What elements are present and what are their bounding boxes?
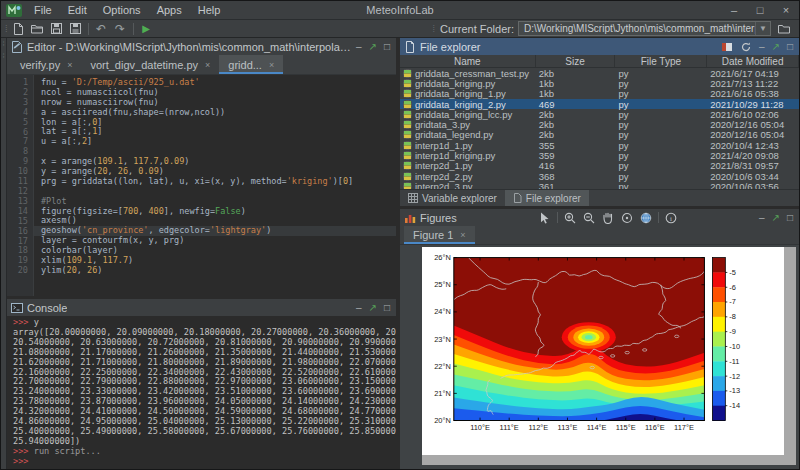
maximize-panel-icon[interactable]: □	[787, 213, 793, 223]
code-line[interactable]: ylim(20, 26)	[34, 266, 396, 276]
float-panel-icon[interactable]: ↗	[369, 42, 377, 52]
run-script-icon[interactable]: ▶	[137, 21, 156, 37]
close-tab-icon[interactable]: ×	[269, 60, 274, 70]
code-line[interactable]: figure(figsize=[700, 400], newfig=False)	[34, 207, 396, 217]
toolbar-drag-handle[interactable]: ⁞	[5, 24, 7, 34]
column-header-file-type[interactable]: File Type	[615, 55, 707, 67]
table-row[interactable]: griddata_kriging.py1kbpy2021/7/13 11:22	[400, 78, 799, 88]
menu-edit[interactable]: Edit	[60, 1, 95, 19]
column-header-size[interactable]: Size	[536, 55, 616, 67]
svg-text:110°E: 110°E	[470, 423, 490, 432]
close-tab-icon[interactable]: ×	[67, 60, 72, 70]
svg-text:113°E: 113°E	[558, 423, 578, 432]
svg-text:-9: -9	[729, 327, 736, 336]
table-row[interactable]: interp2d_2.py368py2020/10/6 03:44	[400, 171, 799, 181]
main-area: ⁞⁞ Editor - D:\Working\MIScript\Jython\m…	[1, 38, 799, 470]
code-lines[interactable]: fnu = 'D:/Temp/ascii/925_u.dat'ncol = nu…	[34, 75, 396, 296]
globe-icon[interactable]	[639, 211, 653, 224]
minimize-panel-icon[interactable]: –	[759, 42, 765, 52]
menu-options[interactable]: Options	[95, 1, 149, 19]
left-column: Editor - D:\Working\MIScript\Jython\mis\…	[7, 38, 396, 470]
code-line[interactable]: u = a[:,2]	[34, 137, 396, 147]
editor-panel-controls: – ↗ □	[356, 42, 392, 52]
minimize-panel-icon[interactable]: –	[356, 303, 362, 313]
zoom-in-icon[interactable]	[563, 211, 577, 224]
title-bar: FileEditOptionsAppsHelp MeteoInfoLab – □…	[1, 1, 799, 20]
table-row[interactable]: interp1d_1.py355py2020/10/4 12:43	[400, 140, 799, 150]
minimize-icon[interactable]: –	[721, 1, 747, 19]
collapse-icon[interactable]	[721, 41, 733, 53]
redo-icon[interactable]: ↷	[111, 21, 130, 37]
svg-text:-11: -11	[729, 357, 739, 366]
maximize-panel-icon[interactable]: □	[384, 303, 390, 313]
minimize-panel-icon[interactable]: –	[356, 42, 362, 52]
console-output[interactable]: >>> yarray([20.00000000, 20.09000000, 20…	[7, 316, 396, 470]
save-as-icon[interactable]	[66, 21, 85, 37]
editor-tab[interactable]: vort_digv_datetime.py×	[81, 55, 219, 74]
maximize-panel-icon[interactable]: □	[787, 42, 793, 52]
svg-text:-14: -14	[729, 401, 740, 410]
right-column: File explorer – ↗ □ NameSizeFile TypeDat…	[400, 38, 799, 470]
folder-bar-drag-handle[interactable]: ⁞	[433, 24, 435, 34]
undo-icon[interactable]: ↶	[92, 21, 111, 37]
table-row[interactable]: griddata_cressman_test.py2kbpy2021/6/17 …	[400, 68, 799, 78]
table-row[interactable]: griddata_kriging_lcc.py2kbpy2021/6/10 02…	[400, 109, 799, 119]
figure-paper: 110°E111°E112°E113°E114°E115°E116°E117°E…	[422, 247, 784, 455]
editor-tab-bar: verify.py×vort_digv_datetime.py×gridd...…	[7, 55, 396, 75]
editor-tab[interactable]: gridd...×	[219, 55, 283, 74]
python-file-icon	[403, 89, 412, 98]
table-row[interactable]: gridtata_3.py2kbpy2020/12/16 05:04	[400, 119, 799, 129]
line-number-gutter: 1234567891011121314151617181920	[7, 75, 34, 296]
tab-variable-explorer[interactable]: Variable explorer	[400, 190, 505, 206]
table-row[interactable]: griddata_kriging_2.py469py2021/10/29 11:…	[400, 99, 799, 109]
minimize-panel-icon[interactable]: –	[759, 213, 765, 223]
table-row[interactable]: interp1d_kriging.py359py2021/4/20 09:08	[400, 150, 799, 160]
table-row[interactable]: interp2d_1.py416py2021/8/31 09:57	[400, 161, 799, 171]
pan-icon[interactable]	[601, 211, 615, 224]
table-row[interactable]: interp2d_3.py361py2020/10/6 03:56	[400, 181, 799, 189]
figure-toolbar: i	[538, 211, 678, 224]
code-line[interactable]	[34, 187, 396, 197]
python-file-icon	[403, 120, 412, 129]
maximize-panel-icon[interactable]: □	[384, 42, 390, 52]
zoom-out-icon[interactable]	[582, 211, 596, 224]
svg-text:-10: -10	[729, 342, 740, 351]
open-folder-icon[interactable]	[28, 21, 47, 37]
figure-canvas: 110°E111°E112°E113°E114°E115°E116°E117°E…	[422, 247, 796, 465]
file-table-header[interactable]: NameSizeFile TypeDate Modified	[400, 55, 799, 68]
svg-text:117°E: 117°E	[674, 423, 694, 432]
menu-help[interactable]: Help	[190, 1, 229, 19]
column-header-date-modified[interactable]: Date Modified	[707, 55, 799, 67]
rotate-icon[interactable]	[620, 211, 634, 224]
tab-figure-1[interactable]: Figure 1 ×	[404, 226, 475, 244]
editor-tab[interactable]: verify.py×	[11, 55, 81, 74]
float-panel-icon[interactable]: ↗	[369, 303, 377, 313]
refresh-icon[interactable]	[740, 41, 752, 53]
menu-apps[interactable]: Apps	[149, 1, 190, 19]
select-arrow-icon[interactable]	[538, 211, 552, 224]
identify-icon[interactable]: i	[664, 211, 678, 224]
tab-file-explorer[interactable]: File explorer	[505, 190, 589, 206]
code-editor[interactable]: 1234567891011121314151617181920 fnu = 'D…	[7, 75, 396, 296]
table-row[interactable]: gridtata_legend.py2kbpy2020/12/16 05:04	[400, 130, 799, 140]
new-file-icon[interactable]	[9, 21, 28, 37]
file-icon	[513, 193, 522, 203]
current-folder-combo[interactable]: D:\Working\MIScript\Jython\mis\common_ma…	[518, 21, 771, 36]
chevron-down-icon[interactable]: ▼	[755, 22, 770, 35]
file-table-body: griddata_cressman_test.py2kbpy2021/6/17 …	[400, 68, 799, 189]
close-tab-icon[interactable]: ×	[205, 60, 210, 70]
table-row[interactable]: griddata_kriging_1.py1kbpy2021/6/16 05:3…	[400, 89, 799, 99]
current-folder-value[interactable]: D:\Working\MIScript\Jython\mis\common_ma…	[519, 23, 755, 34]
float-panel-icon[interactable]: ↗	[772, 213, 780, 223]
close-icon[interactable]: ×	[773, 1, 799, 19]
menu-file[interactable]: File	[26, 1, 60, 19]
browse-folder-icon[interactable]	[775, 21, 794, 37]
svg-text:23°N: 23°N	[434, 335, 451, 344]
figure-viewport[interactable]: 110°E111°E112°E113°E114°E115°E116°E117°E…	[400, 245, 799, 470]
code-line[interactable]: prg = griddata((lon, lat), u, xi=(x, y),…	[34, 177, 396, 187]
close-tab-icon[interactable]: ×	[460, 230, 465, 240]
save-icon[interactable]	[47, 21, 66, 37]
float-panel-icon[interactable]: ↗	[772, 42, 780, 52]
maximize-icon[interactable]: □	[747, 1, 773, 19]
column-header-name[interactable]: Name	[400, 55, 536, 67]
